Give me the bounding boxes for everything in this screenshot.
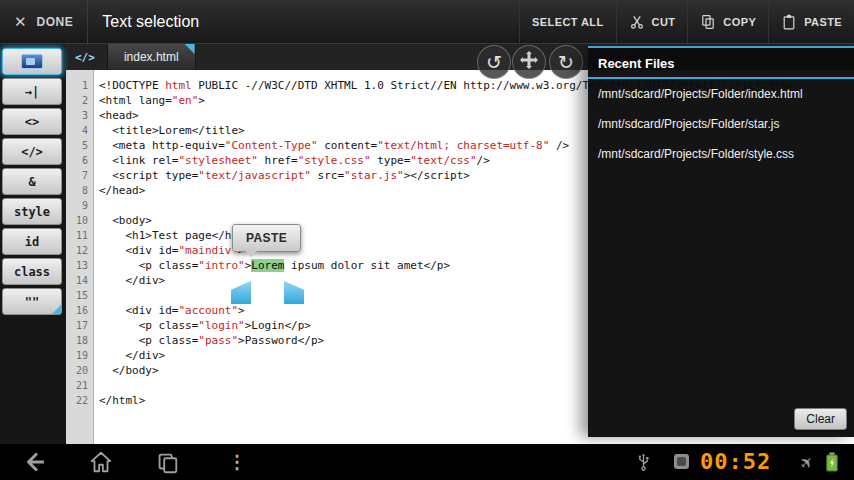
sidebar-button-id[interactable]: id: [2, 228, 62, 255]
code-segment: >: [238, 304, 245, 317]
line-number: 5: [66, 138, 95, 153]
line-number: 1: [66, 78, 95, 93]
code-segment: <div id=: [99, 304, 178, 317]
code-segment: <head>: [99, 109, 139, 122]
system-bar: ⋮ 00:52 ✈: [0, 444, 854, 480]
code-segment: </body>: [99, 364, 159, 377]
recent-files-title: Recent Files: [588, 48, 854, 77]
cut-button[interactable]: CUT: [616, 0, 688, 43]
text-editor-app: ✕ DONE Text selection SELECT ALL CUT: [0, 0, 854, 480]
selection-icon: [21, 54, 43, 69]
line-number: 17: [66, 318, 95, 333]
close-icon: ✕: [14, 14, 27, 29]
code-segment: "star.js": [344, 169, 404, 182]
code-segment: />: [477, 154, 490, 167]
code-text: [95, 288, 99, 303]
code-segment: </head>: [99, 184, 145, 197]
select-all-button[interactable]: SELECT ALL: [519, 0, 615, 43]
line-number: 8: [66, 183, 95, 198]
line-number: 6: [66, 153, 95, 168]
recent-file-item[interactable]: /mnt/sdcard/Projects/Folder/style.css: [588, 139, 854, 169]
code-segment: </div>: [99, 349, 165, 362]
code-segment: >Password</p>: [238, 334, 324, 347]
undo-icon: ↺: [486, 51, 502, 74]
code-segment: html: [165, 79, 192, 92]
paste-label: PASTE: [804, 16, 842, 28]
code-text: <script type="text/javascript" src="star…: [95, 168, 470, 183]
code-segment: <html lang=: [99, 94, 172, 107]
code-segment: <script type=: [99, 169, 198, 182]
line-number: 11: [66, 228, 95, 243]
move-cursor-button[interactable]: [512, 45, 546, 79]
sidebar-button-angle-brackets[interactable]: <>: [2, 108, 62, 135]
redo-icon: ↻: [558, 51, 574, 74]
clock: 00:52: [700, 449, 771, 474]
line-number: 18: [66, 333, 95, 348]
line-number: 19: [66, 348, 95, 363]
code-text: [95, 378, 99, 393]
line-number: 21: [66, 378, 95, 393]
back-icon: [22, 449, 48, 475]
status-icon: [674, 454, 689, 469]
code-segment: "stylesheet": [178, 154, 257, 167]
sidebar-button-selection-tool[interactable]: [2, 48, 62, 75]
paste-popup-button[interactable]: PASTE: [232, 224, 301, 252]
line-number: 20: [66, 363, 95, 378]
code-segment: "style.css": [298, 154, 371, 167]
code-segment: "text/html; charset=utf-8": [377, 139, 549, 152]
snippet-sidebar: →|<></>&styleidclass"": [0, 44, 66, 444]
code-segment: <link rel=: [99, 154, 178, 167]
recent-file-item[interactable]: /mnt/sdcard/Projects/Folder/star.js: [588, 109, 854, 139]
recent-file-item[interactable]: /mnt/sdcard/Projects/Folder/index.html: [588, 79, 854, 109]
home-button[interactable]: [86, 447, 116, 477]
code-icon: </>: [66, 44, 104, 70]
sidebar-button-tab-key[interactable]: →|: [2, 78, 62, 105]
done-button[interactable]: ✕ DONE: [0, 0, 88, 43]
code-text: <meta http-equiv="Content-Type" content=…: [95, 138, 569, 153]
code-segment: "Content-Type": [225, 139, 318, 152]
sidebar-button-ampersand[interactable]: &: [2, 168, 62, 195]
recent-apps-button[interactable]: [152, 447, 182, 477]
code-segment: ipsum dolor sit amet</p>: [284, 259, 450, 272]
copy-button[interactable]: COPY: [687, 0, 768, 43]
redo-button[interactable]: ↻: [549, 45, 583, 79]
line-number: 12: [66, 243, 95, 258]
tab-label: index.html: [124, 50, 179, 64]
clear-button[interactable]: Clear: [794, 408, 847, 430]
sidebar-button-class[interactable]: class: [2, 258, 62, 285]
paste-icon: [781, 14, 797, 30]
cut-label: CUT: [652, 16, 676, 28]
code-text: </div>: [95, 273, 165, 288]
undo-button[interactable]: ↺: [477, 45, 511, 79]
line-number: 4: [66, 123, 95, 138]
code-segment: "maindiv": [178, 244, 238, 257]
code-segment: />: [549, 139, 569, 152]
code-segment: <!DOCTYPE: [99, 79, 165, 92]
done-label: DONE: [37, 15, 74, 29]
code-text: <p class="intro">Lorem ipsum dolor sit a…: [95, 258, 450, 273]
sidebar-button-style[interactable]: style: [2, 198, 62, 225]
menu-button[interactable]: ⋮: [222, 447, 252, 477]
copy-icon: [700, 14, 716, 30]
paste-button[interactable]: PASTE: [768, 0, 854, 43]
tab-index-html[interactable]: index.html: [107, 44, 196, 70]
code-segment: "text/css": [410, 154, 476, 167]
sidebar-button-close-tag[interactable]: </>: [2, 138, 62, 165]
back-button[interactable]: [20, 447, 50, 477]
line-number: 13: [66, 258, 95, 273]
code-text: <html lang="en">: [95, 93, 205, 108]
code-text: <link rel="stylesheet" href="style.css" …: [95, 153, 490, 168]
battery-icon: [826, 452, 838, 476]
cut-icon: [629, 14, 645, 30]
select-all-label: SELECT ALL: [532, 16, 603, 28]
line-number: 10: [66, 213, 95, 228]
tab-fold-corner-icon: [185, 44, 195, 54]
code-text: </html>: [95, 393, 145, 408]
line-number: 2: [66, 93, 95, 108]
code-segment: "intro": [198, 259, 244, 272]
code-text: <h1>Test page</h1>: [95, 228, 245, 243]
move-icon: [520, 51, 538, 74]
fold-corner-icon: [52, 305, 61, 314]
sidebar-button-quotes[interactable]: "": [2, 288, 62, 315]
recent-apps-icon: [154, 449, 180, 475]
